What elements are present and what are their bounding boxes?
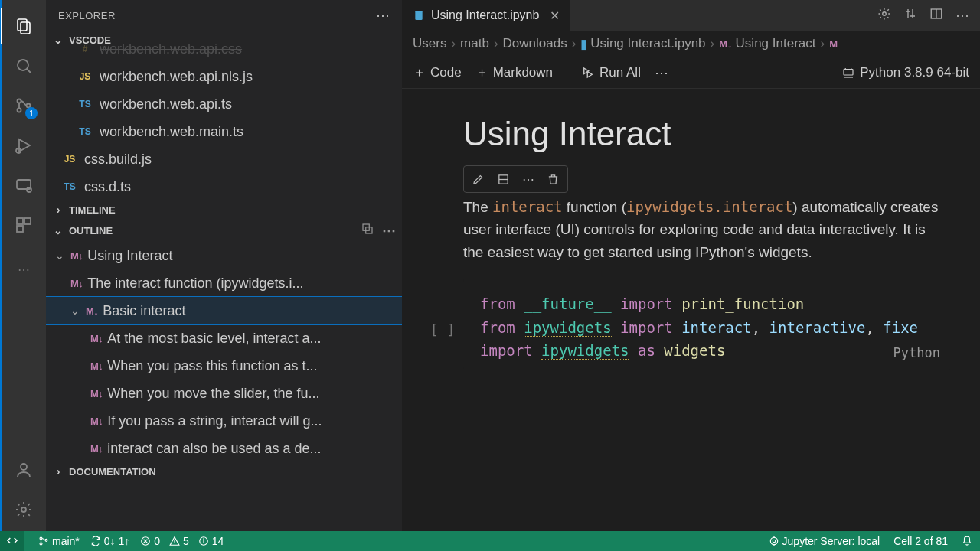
search-icon[interactable] <box>5 47 42 84</box>
chevron-right-icon: › <box>52 204 64 216</box>
delete-icon[interactable] <box>547 173 560 186</box>
extensions-icon[interactable] <box>5 207 42 243</box>
markdown-icon: M↓ <box>90 388 103 399</box>
js-icon: JS <box>61 153 78 165</box>
account-icon[interactable] <box>5 452 42 488</box>
svg-point-40 <box>773 540 776 543</box>
svg-marker-23 <box>587 71 592 77</box>
notebook-icon <box>413 9 425 21</box>
svg-point-10 <box>27 187 31 192</box>
markdown-icon: M↓ <box>86 305 98 317</box>
svg-point-2 <box>18 60 28 70</box>
chevron-down-icon: ⌄ <box>70 305 81 317</box>
remote-indicator[interactable] <box>0 531 24 551</box>
overflow-icon[interactable]: ⋯ <box>5 251 42 288</box>
explorer-icon[interactable] <box>5 8 42 44</box>
svg-rect-13 <box>17 226 23 232</box>
cell-language-label[interactable]: Python <box>893 343 940 364</box>
page-title: Using Interact <box>463 115 952 153</box>
breadcrumb-item[interactable]: matb <box>460 36 489 51</box>
file-row[interactable]: TSworkbench.web.main.ts <box>46 118 402 145</box>
toolbar-more-icon[interactable]: ⋯ <box>655 64 668 81</box>
outline-item[interactable]: M↓When you pass this function as t... <box>46 352 402 380</box>
more-icon[interactable]: ⋯ <box>956 7 969 24</box>
svg-point-8 <box>16 148 21 153</box>
add-markdown-button[interactable]: ＋Markdown <box>475 64 553 81</box>
file-row[interactable]: #workbench.web.api.css <box>46 35 402 63</box>
add-code-button[interactable]: ＋Code <box>413 64 462 81</box>
notebook-body[interactable]: Using Interact ⋯ The interact function (… <box>402 89 980 531</box>
breadcrumb-item[interactable]: ▮ Using Interact.ipynb <box>580 36 705 52</box>
svg-rect-24 <box>844 69 853 75</box>
file-row[interactable]: TSworkbench.web.api.ts <box>46 90 402 118</box>
chevron-down-icon: ⌄ <box>52 224 64 236</box>
chevron-down-icon: ⌄ <box>55 249 66 262</box>
diff-icon[interactable] <box>903 7 917 24</box>
breadcrumb-item[interactable]: Downloads <box>503 36 567 51</box>
remote-explorer-icon[interactable] <box>5 167 42 204</box>
markdown-icon: M↓ <box>90 416 103 427</box>
notebook-toolbar: ＋Code ＋Markdown Run All ⋯ Python 3.8.9 6… <box>402 57 980 89</box>
outline-item[interactable]: M↓interact can also be used as a de... <box>46 435 402 462</box>
gear-icon[interactable] <box>877 7 891 24</box>
code-block[interactable]: from __future__ import print_function fr… <box>463 279 952 370</box>
ts-icon: TS <box>77 98 93 110</box>
breadcrumb: Users› matb› Downloads› ▮ Using Interact… <box>402 31 980 57</box>
section-documentation[interactable]: › DOCUMENTATION <box>46 462 402 481</box>
run-all-button[interactable]: Run All <box>581 65 641 80</box>
file-row[interactable]: TScss.d.ts <box>46 173 402 201</box>
svg-line-3 <box>27 69 31 73</box>
file-row[interactable]: JScss.build.js <box>46 145 402 173</box>
kernel-picker[interactable]: Python 3.8.9 64-bit <box>841 65 969 80</box>
notebook-icon: ▮ <box>580 36 587 52</box>
edit-icon[interactable] <box>472 173 485 186</box>
markdown-icon: M↓ <box>90 443 103 455</box>
sidebar: EXPLORER ⋯ ⌄ VSCODE #workbench.web.api.c… <box>46 0 402 531</box>
svg-point-31 <box>40 543 42 545</box>
svg-rect-12 <box>24 218 31 224</box>
gear-icon[interactable] <box>5 491 42 528</box>
scm-icon[interactable]: 1 <box>5 87 42 124</box>
split-editor-icon[interactable] <box>929 7 943 24</box>
outline-item[interactable]: ⌄M↓Basic interact <box>46 297 402 324</box>
outline-item[interactable]: M↓When you move the slider, the fu... <box>46 380 402 407</box>
outline-item[interactable]: M↓At the most basic level, interact a... <box>46 324 402 352</box>
breadcrumb-item[interactable]: M↓Using Interact <box>719 36 815 51</box>
code-cell[interactable]: [ ] from __future__ import print_functio… <box>430 279 952 370</box>
svg-rect-18 <box>415 11 422 20</box>
sidebar-title: EXPLORER ⋯ <box>46 0 402 31</box>
run-debug-icon[interactable] <box>5 127 42 164</box>
svg-point-30 <box>40 537 42 540</box>
tab-notebook[interactable]: Using Interact.ipynb ✕ <box>402 0 571 31</box>
file-row[interactable]: JSworkbench.web.api.nls.js <box>46 63 402 90</box>
bell-icon[interactable] <box>962 535 972 547</box>
tab-bar: Using Interact.ipynb ✕ ⋯ <box>402 0 980 31</box>
svg-rect-11 <box>17 218 23 224</box>
svg-point-5 <box>18 109 21 112</box>
svg-rect-1 <box>21 22 30 34</box>
section-timeline[interactable]: › TIMELINE <box>46 201 402 219</box>
split-cell-icon[interactable] <box>497 173 510 186</box>
jupyter-server-button[interactable]: Jupyter Server: local <box>769 535 880 547</box>
svg-point-4 <box>18 99 21 103</box>
cell-position[interactable]: Cell 2 of 81 <box>893 535 948 547</box>
section-outline[interactable]: ⌄ OUTLINE ⋯ <box>46 219 402 242</box>
collapse-all-icon[interactable] <box>361 222 374 239</box>
outline-item[interactable]: M↓If you pass a string, interact will g.… <box>46 407 402 435</box>
more-icon[interactable]: ⋯ <box>522 172 534 187</box>
outline-item[interactable]: M↓The interact function (ipywidgets.i... <box>46 269 402 297</box>
svg-point-19 <box>883 12 887 16</box>
svg-point-41 <box>770 537 777 544</box>
problems-button[interactable]: 0 5 14 <box>140 535 224 547</box>
markdown-cell[interactable]: The interact function (ipywidgets.intera… <box>463 196 943 263</box>
svg-point-39 <box>203 539 204 540</box>
outline-item[interactable]: ⌄M↓Using Interact <box>46 242 402 269</box>
breadcrumb-item[interactable]: Users <box>413 36 446 51</box>
markdown-icon: M↓ <box>719 38 732 50</box>
close-icon[interactable]: ✕ <box>550 8 560 23</box>
more-icon[interactable]: ⋯ <box>382 222 396 239</box>
cell-gutter: [ ] <box>430 279 456 337</box>
branch-button[interactable]: main* <box>38 535 80 547</box>
sidebar-more-icon[interactable]: ⋯ <box>376 7 390 24</box>
sync-button[interactable]: 0↓ 1↑ <box>90 535 129 547</box>
